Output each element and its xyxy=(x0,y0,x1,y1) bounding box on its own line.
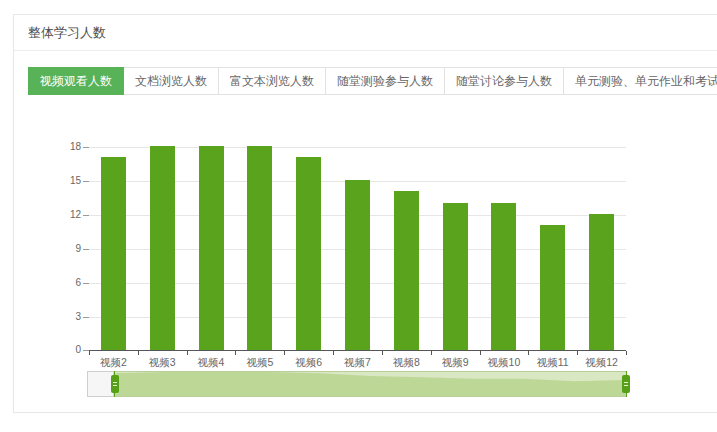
datazoom-left-handle[interactable] xyxy=(111,375,119,393)
y-axis-label-9: 9 xyxy=(41,243,81,255)
y-axis-tick-15 xyxy=(83,181,89,182)
x-axis-label-视频5: 视频5 xyxy=(235,355,284,369)
plot-area: 0369121518视频2视频3视频4视频5视频6视频7视频8视频9视频10视频… xyxy=(89,147,626,351)
x-axis-label-视频6: 视频6 xyxy=(284,355,333,369)
tab-metric-4[interactable]: 随堂讨论参与人数 xyxy=(444,67,564,95)
bar-视频8 xyxy=(394,191,419,350)
tab-metric-3[interactable]: 随堂测验参与人数 xyxy=(325,67,445,95)
overall-learners-card: 整体学习人数 视频观看人数文档浏览人数富文本浏览人数随堂测验参与人数随堂讨论参与… xyxy=(13,14,717,413)
bar-视频12 xyxy=(589,214,614,350)
tab-metric-2[interactable]: 富文本浏览人数 xyxy=(218,67,326,95)
x-axis-tick-0 xyxy=(89,351,90,355)
tab-metric-0[interactable]: 视频观看人数 xyxy=(28,67,124,95)
y-axis-label-12: 12 xyxy=(41,209,81,221)
y-axis-tick-18 xyxy=(83,147,89,148)
tab-metric-5[interactable]: 单元测验、单元作业和考试 xyxy=(563,67,717,95)
y-axis-tick-6 xyxy=(83,283,89,284)
x-axis-label-视频11: 视频11 xyxy=(528,355,577,369)
x-axis-label-视频8: 视频8 xyxy=(382,355,431,369)
bar-视频10 xyxy=(491,203,516,350)
x-axis-tick-2 xyxy=(187,351,188,355)
x-axis-label-视频9: 视频9 xyxy=(431,355,480,369)
card-header: 整体学习人数 xyxy=(14,15,717,51)
x-axis-tick-6 xyxy=(382,351,383,355)
card-title: 整体学习人数 xyxy=(28,25,106,40)
x-axis-tick-1 xyxy=(138,351,139,355)
tab-metric-1[interactable]: 文档浏览人数 xyxy=(123,67,219,95)
y-axis-label-3: 3 xyxy=(41,311,81,323)
x-axis-tick-10 xyxy=(577,351,578,355)
x-axis-label-视频7: 视频7 xyxy=(333,355,382,369)
y-axis-tick-12 xyxy=(83,215,89,216)
bar-视频9 xyxy=(443,203,468,350)
x-axis-label-视频12: 视频12 xyxy=(577,355,626,369)
x-axis-label-视频3: 视频3 xyxy=(138,355,187,369)
x-axis-tick-3 xyxy=(235,351,236,355)
bar-视频2 xyxy=(101,157,126,350)
y-axis-label-15: 15 xyxy=(41,175,81,187)
page: 整体学习人数 视频观看人数文档浏览人数富文本浏览人数随堂测验参与人数随堂讨论参与… xyxy=(0,0,717,432)
bar-视频5 xyxy=(247,146,272,350)
x-axis-tick-8 xyxy=(480,351,481,355)
bar-视频4 xyxy=(199,146,224,350)
y-axis-label-0: 0 xyxy=(41,344,81,356)
datazoom-right-handle[interactable] xyxy=(622,375,630,393)
metric-tabs: 视频观看人数文档浏览人数富文本浏览人数随堂测验参与人数随堂讨论参与人数单元测验、… xyxy=(28,67,717,95)
datazoom-slider[interactable] xyxy=(87,371,627,397)
x-axis-tick-5 xyxy=(333,351,334,355)
bar-视频11 xyxy=(540,225,565,350)
x-axis-tick-4 xyxy=(284,351,285,355)
x-axis-label-视频4: 视频4 xyxy=(187,355,236,369)
y-axis-label-6: 6 xyxy=(41,277,81,289)
datazoom-selected-range[interactable] xyxy=(114,371,627,397)
y-axis-tick-9 xyxy=(83,249,89,250)
x-axis-label-视频10: 视频10 xyxy=(480,355,529,369)
bar-视频6 xyxy=(296,157,321,350)
x-axis-tick-11 xyxy=(626,351,627,355)
bar-视频3 xyxy=(150,146,175,350)
bar-视频7 xyxy=(345,180,370,350)
x-axis-tick-7 xyxy=(431,351,432,355)
y-axis-label-18: 18 xyxy=(41,141,81,153)
y-axis-tick-3 xyxy=(83,317,89,318)
datazoom-track-unselected[interactable] xyxy=(87,371,114,397)
x-axis-label-视频2: 视频2 xyxy=(89,355,138,369)
datazoom-data-shadow xyxy=(115,372,626,396)
x-axis-tick-9 xyxy=(528,351,529,355)
